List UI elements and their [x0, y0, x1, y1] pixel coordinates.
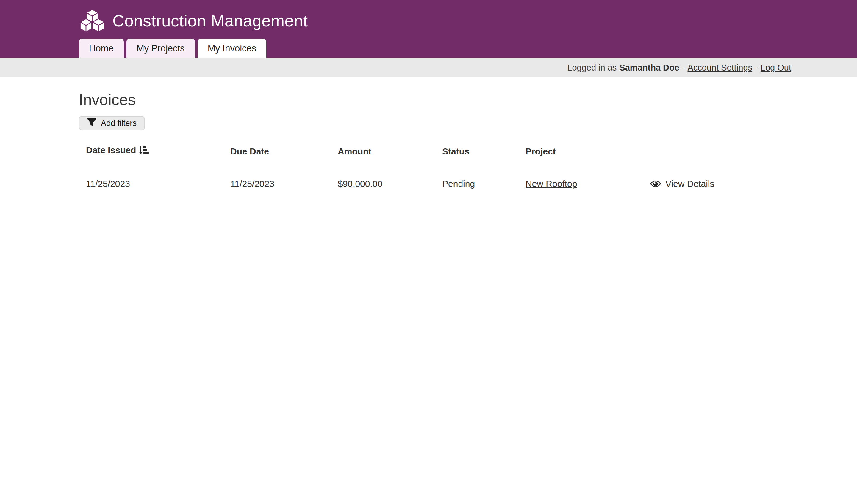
app-header: Construction Management Home My Projects…: [0, 0, 857, 58]
page: Construction Management Home My Projects…: [0, 0, 857, 504]
funnel-icon: [87, 118, 96, 129]
invoice-row: 11/25/2023 11/25/2023 $90,000.00 Pending…: [79, 168, 783, 190]
actions-cell: View Details: [643, 168, 783, 190]
log-out-link[interactable]: Log Out: [760, 63, 791, 72]
eye-icon: [650, 180, 661, 188]
tab-my-projects[interactable]: My Projects: [127, 39, 195, 58]
cubes-logo-icon: [79, 9, 105, 33]
separator: -: [682, 63, 685, 72]
column-header-amount[interactable]: Amount: [331, 145, 435, 168]
view-details-button[interactable]: View Details: [650, 179, 715, 189]
column-header-status[interactable]: Status: [435, 145, 518, 168]
main-nav: Home My Projects My Invoices: [79, 39, 266, 58]
project-link[interactable]: New Rooftop: [525, 179, 577, 189]
column-header-project[interactable]: Project: [518, 145, 643, 168]
tab-home[interactable]: Home: [79, 39, 124, 58]
table-header-row: Date Issued Due Date Amount Sta: [79, 145, 783, 168]
column-header-due-date[interactable]: Due Date: [223, 145, 331, 168]
separator: -: [755, 63, 758, 72]
date-issued-cell: 11/25/2023: [79, 168, 223, 190]
user-name: Samantha Doe: [619, 63, 679, 72]
sort-descending-icon[interactable]: [139, 147, 149, 157]
status-cell: Pending: [435, 168, 518, 190]
brand: Construction Management: [0, 0, 857, 39]
logged-in-label: Logged in as: [567, 63, 617, 72]
tab-my-invoices[interactable]: My Invoices: [198, 39, 267, 58]
add-filters-button[interactable]: Add filters: [79, 116, 145, 130]
view-details-label: View Details: [665, 179, 715, 189]
user-bar: Logged in as Samantha Doe - Account Sett…: [0, 58, 857, 77]
project-cell: New Rooftop: [518, 168, 643, 190]
add-filters-label: Add filters: [101, 119, 137, 128]
app-title: Construction Management: [113, 11, 308, 30]
main-content: Invoices Add filters Date Issued: [0, 91, 857, 190]
amount-cell: $90,000.00: [331, 168, 435, 190]
due-date-cell: 11/25/2023: [223, 168, 331, 190]
column-header-actions: [643, 145, 783, 168]
account-settings-link[interactable]: Account Settings: [688, 63, 753, 72]
column-header-date-issued[interactable]: Date Issued: [79, 145, 223, 168]
invoices-table: Date Issued Due Date Amount Sta: [79, 145, 783, 190]
page-title: Invoices: [79, 91, 783, 108]
